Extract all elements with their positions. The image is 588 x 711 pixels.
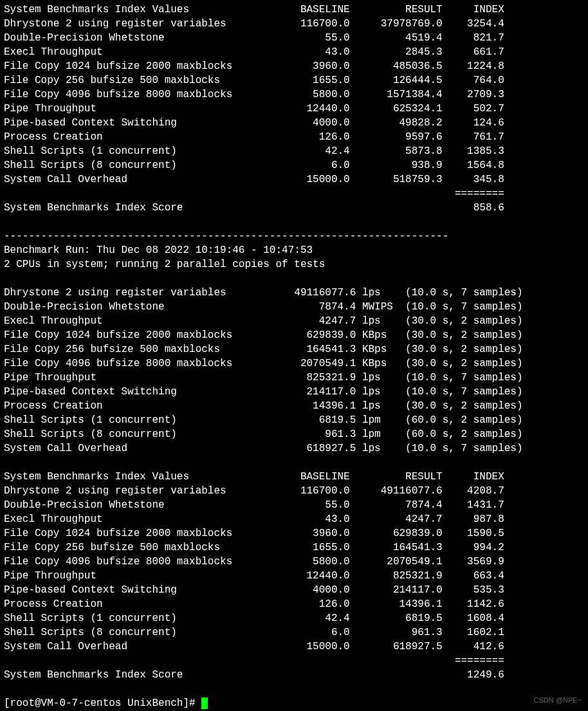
watermark: CSDN @NPE~ (534, 693, 582, 707)
terminal-output[interactable]: System Benchmarks Index Values BASELINE … (0, 0, 588, 711)
cursor-icon (201, 697, 208, 709)
shell-prompt[interactable]: [root@VM-0-7-centos UnixBench]# (4, 697, 201, 709)
